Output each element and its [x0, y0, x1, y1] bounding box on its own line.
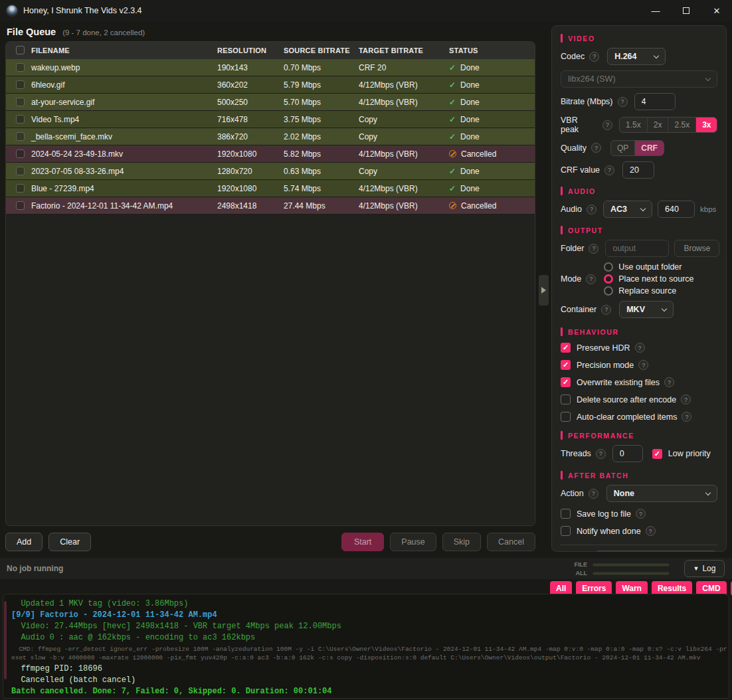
row-checkbox[interactable]: [16, 149, 25, 158]
log-scrollbar[interactable]: [4, 601, 7, 679]
after-batch-checkbox-save-log-to-file[interactable]: [561, 509, 571, 519]
table-row[interactable]: 2024-05-24 23-49-18.mkv1920x10805.82 Mbp…: [6, 145, 535, 163]
audio-codec-select[interactable]: AC3: [603, 201, 652, 218]
column-header-source-bitrate[interactable]: SOURCE BITRATE: [278, 46, 353, 54]
help-icon[interactable]: ?: [682, 412, 691, 422]
vbr-option-1.5x[interactable]: 1.5x: [620, 118, 648, 132]
after-batch-checkbox-notify-when-done[interactable]: [561, 526, 571, 536]
close-button[interactable]: ✕: [701, 0, 732, 21]
behaviour-checkbox-overwrite-existing-files[interactable]: ✓: [561, 377, 571, 387]
maximize-button[interactable]: [671, 0, 701, 21]
audio-bitrate-input[interactable]: [658, 201, 695, 218]
audio-bitrate-unit: kbps: [700, 205, 716, 213]
row-checkbox[interactable]: [16, 63, 25, 72]
column-header-target-bitrate[interactable]: TARGET BITRATE: [353, 46, 444, 54]
table-row[interactable]: _bella-scemi_face.mkv386x7202.02 MbpsCop…: [6, 128, 535, 145]
radio-place-next-to-source[interactable]: [604, 274, 613, 284]
container-help-icon[interactable]: ?: [601, 305, 611, 315]
help-icon[interactable]: ?: [638, 360, 648, 370]
vbr-option-2.5x[interactable]: 2.5x: [668, 118, 696, 132]
quality-row: Quality ? QPCRF: [561, 139, 717, 156]
threads-input[interactable]: [612, 445, 643, 462]
help-icon[interactable]: ?: [646, 526, 656, 536]
help-icon[interactable]: ?: [635, 343, 645, 353]
row-checkbox-cell: [6, 184, 26, 193]
browse-button[interactable]: Browse: [674, 240, 719, 257]
vbr-peak-help-icon[interactable]: ?: [602, 120, 612, 130]
cell-filename: 6hleov.gif: [26, 80, 212, 90]
table-row[interactable]: wakeup.webp190x1430.70 MbpsCRF 20✓Done: [6, 59, 535, 76]
theme-select[interactable]: Monokai: [595, 551, 717, 552]
table-row[interactable]: 6hleov.gif360x2025.79 Mbps4/12Mbps (VBR)…: [6, 76, 535, 94]
settings-divider: [561, 545, 717, 545]
radio-use-output-folder[interactable]: [604, 262, 613, 272]
cell-source-bitrate: 5.70 Mbps: [278, 98, 353, 107]
help-icon[interactable]: ?: [681, 394, 691, 404]
log-line: Batch cancelled. Done: 7, Failed: 0, Ski…: [11, 686, 727, 697]
table-row[interactable]: Video Ts.mp4716x4783.75 MbpsCopy✓Done: [6, 111, 535, 128]
status-text: Done: [460, 80, 480, 90]
behaviour-checkbox-auto-clear-completed-items[interactable]: [561, 412, 571, 422]
clear-button[interactable]: Clear: [48, 533, 91, 551]
table-row[interactable]: at-your-service.gif500x2505.70 Mbps4/12M…: [6, 94, 535, 111]
done-check-icon: ✓: [449, 167, 456, 176]
folder-input[interactable]: [605, 240, 669, 257]
mode-help-icon[interactable]: ?: [586, 274, 596, 284]
column-header-status[interactable]: STATUS: [444, 46, 535, 54]
help-icon[interactable]: ?: [636, 509, 646, 519]
log-line: [9/9] Factorio - 2024-12-01 11-34-42 AM.…: [11, 610, 727, 621]
section-bar: [561, 431, 563, 440]
quality-option-crf[interactable]: CRF: [635, 141, 664, 155]
radio-label: Use output folder: [618, 262, 682, 272]
radio-replace-source[interactable]: [604, 286, 613, 296]
row-checkbox[interactable]: [16, 80, 25, 89]
cell-status: Cancelled: [444, 201, 535, 211]
row-checkbox[interactable]: [16, 184, 25, 193]
mode-row: Mode ? Use output folderPlace next to so…: [561, 262, 717, 296]
bitrate-input[interactable]: [634, 93, 676, 110]
row-checkbox[interactable]: [16, 132, 25, 141]
pause-button[interactable]: Pause: [390, 533, 436, 551]
vbr-option-3x[interactable]: 3x: [696, 118, 717, 132]
column-header-filename[interactable]: FILENAME: [26, 46, 212, 54]
threads-help-icon[interactable]: ?: [596, 449, 606, 459]
bitrate-help-icon[interactable]: ?: [618, 97, 628, 107]
cancel-button[interactable]: Cancel: [487, 533, 535, 551]
log-output[interactable]: Updated 1 MKV tag (video: 3.86Mbps)[9/9]…: [3, 594, 729, 699]
table-row[interactable]: Blue - 27239.mp41920x10805.74 Mbps4/12Mb…: [6, 180, 535, 197]
column-header-resolution[interactable]: RESOLUTION: [212, 46, 278, 54]
table-row[interactable]: Factorio - 2024-12-01 11-34-42 AM.mp4249…: [6, 197, 535, 215]
row-checkbox[interactable]: [16, 201, 25, 210]
panel-collapse-handle[interactable]: [539, 275, 549, 306]
select-all-checkbox[interactable]: [16, 46, 25, 54]
minimize-button[interactable]: —: [640, 0, 671, 21]
after-batch-action-select[interactable]: None: [606, 485, 717, 502]
log-toggle-button[interactable]: ▼ Log: [684, 560, 725, 577]
behaviour-checkbox-precision-mode[interactable]: ✓: [561, 360, 571, 370]
row-checkbox[interactable]: [16, 98, 25, 106]
quality-help-icon[interactable]: ?: [591, 143, 601, 153]
container-select[interactable]: MKV: [619, 301, 674, 318]
low-priority-checkbox[interactable]: ✓: [652, 449, 662, 459]
cell-resolution: 386x720: [212, 132, 278, 141]
folder-help-icon[interactable]: ?: [589, 244, 598, 254]
done-check-icon: ✓: [449, 63, 456, 72]
encoder-select[interactable]: libx264 (SW): [561, 70, 717, 88]
action-help-icon[interactable]: ?: [589, 489, 598, 499]
crf-help-icon[interactable]: ?: [604, 165, 614, 175]
help-icon[interactable]: ?: [664, 377, 674, 387]
crf-input[interactable]: [622, 161, 654, 179]
start-button[interactable]: Start: [341, 533, 384, 551]
row-checkbox[interactable]: [16, 115, 25, 124]
behaviour-checkbox-delete-source-after-encode[interactable]: [561, 394, 571, 404]
vbr-option-2x[interactable]: 2x: [648, 118, 669, 132]
behaviour-checkbox-preserve-hdr[interactable]: ✓: [561, 343, 571, 353]
audio-help-icon[interactable]: ?: [587, 205, 596, 215]
row-checkbox[interactable]: [16, 167, 25, 175]
skip-button[interactable]: Skip: [442, 533, 481, 551]
add-button[interactable]: Add: [5, 533, 43, 551]
quality-option-qp[interactable]: QP: [611, 141, 635, 155]
codec-help-icon[interactable]: ?: [589, 52, 599, 62]
codec-select[interactable]: H.264: [607, 48, 666, 65]
table-row[interactable]: 2023-07-05 08-33-26.mp41280x7200.63 Mbps…: [6, 163, 535, 180]
